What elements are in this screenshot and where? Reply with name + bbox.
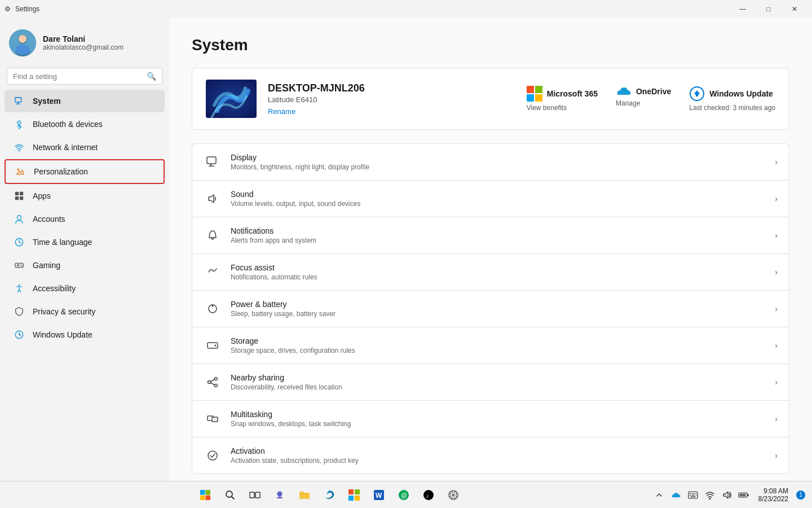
avatar-svg bbox=[9, 29, 36, 56]
settings-item-sound[interactable]: Sound Volume levels, output, input, soun… bbox=[192, 180, 789, 217]
storage-desc: Storage space, drives, configuration rul… bbox=[231, 347, 775, 354]
winupdate-title: Windows Update bbox=[709, 89, 773, 98]
svg-point-43 bbox=[208, 451, 217, 460]
onedrive-action[interactable]: OneDrive Manage bbox=[616, 86, 671, 112]
settings-item-storage[interactable]: Storage Storage space, drives, configura… bbox=[192, 327, 789, 364]
settings-item-activation[interactable]: Activation Activation state, subscriptio… bbox=[192, 437, 789, 474]
taskbar-edge[interactable] bbox=[318, 484, 341, 506]
nearby-desc: Discoverability, received files location bbox=[231, 383, 775, 391]
search-bar[interactable]: 🔍 bbox=[7, 68, 162, 85]
sidebar-item-bluetooth[interactable]: Bluetooth & devices bbox=[5, 113, 165, 135]
sidebar-item-privacy[interactable]: Privacy & security bbox=[5, 300, 165, 323]
settings-item-display[interactable]: Display Monitors, brightness, night ligh… bbox=[192, 143, 789, 180]
onedrive-tray-icon bbox=[671, 492, 681, 498]
svg-rect-67 bbox=[690, 493, 691, 494]
page-title: System bbox=[192, 36, 789, 54]
svg-point-10 bbox=[17, 169, 20, 171]
sidebar-item-apps[interactable]: Apps bbox=[5, 185, 165, 207]
maximize-button[interactable]: □ bbox=[756, 0, 782, 18]
apps-icon bbox=[14, 190, 25, 202]
sound-text: Sound Volume levels, output, input, soun… bbox=[231, 190, 775, 208]
svg-rect-74 bbox=[690, 496, 695, 497]
chevron-up-icon bbox=[656, 492, 663, 498]
svg-point-15 bbox=[17, 216, 21, 220]
svg-rect-13 bbox=[15, 196, 19, 200]
activation-desc: Activation state, subscriptions, product… bbox=[231, 457, 775, 465]
ms365-action[interactable]: Microsoft 365 View benefits bbox=[527, 86, 598, 112]
device-rename-link[interactable]: Rename bbox=[268, 107, 365, 116]
svg-point-36 bbox=[208, 381, 211, 384]
sidebar-item-update[interactable]: Windows Update bbox=[5, 323, 165, 346]
sidebar-item-accounts[interactable]: Accounts bbox=[5, 208, 165, 230]
power-title: Power & battery bbox=[231, 300, 775, 309]
winupdate-logo: Windows Update bbox=[689, 86, 773, 102]
wifi-tray[interactable] bbox=[703, 488, 717, 502]
svg-point-22 bbox=[20, 264, 21, 265]
taskbar-store[interactable] bbox=[343, 484, 365, 506]
sidebar-item-gaming[interactable]: Gaming bbox=[5, 254, 165, 277]
device-card: DESKTOP-MJNL206 Latitude E6410 Rename bbox=[192, 68, 789, 130]
multitasking-icon bbox=[204, 410, 222, 428]
sidebar-item-accessibility[interactable]: Accessibility bbox=[5, 277, 165, 300]
svg-point-38 bbox=[215, 384, 218, 387]
taskbar-tiktok[interactable]: ♪ bbox=[417, 484, 440, 506]
keyboard-tray[interactable] bbox=[686, 488, 700, 502]
svg-point-3 bbox=[15, 45, 30, 55]
settings-item-power[interactable]: Power & battery Sleep, battery usage, ba… bbox=[192, 290, 789, 327]
close-button[interactable]: ✕ bbox=[782, 0, 807, 18]
minimize-button[interactable]: — bbox=[730, 0, 756, 18]
device-left: DESKTOP-MJNL206 Latitude E6410 Rename bbox=[206, 80, 365, 118]
taskbar-settings[interactable] bbox=[442, 484, 465, 506]
word-icon: W bbox=[373, 489, 385, 501]
time-icon bbox=[14, 237, 25, 248]
svg-rect-50 bbox=[250, 492, 254, 498]
activation-text: Activation Activation state, subscriptio… bbox=[231, 446, 775, 465]
sidebar-label-privacy: Privacy & security bbox=[33, 307, 95, 316]
user-email: akinolatolasco@gmail.com bbox=[43, 43, 123, 51]
volume-tray[interactable] bbox=[720, 488, 734, 502]
taskbar-taskview[interactable] bbox=[244, 484, 266, 506]
sidebar-item-network[interactable]: Network & internet bbox=[5, 136, 165, 159]
sidebar-item-time[interactable]: Time & language bbox=[5, 231, 165, 253]
notification-badge[interactable]: 1 bbox=[796, 491, 805, 500]
winupdate-icon bbox=[689, 86, 705, 102]
display-title: Display bbox=[231, 153, 775, 162]
bluetooth-icon bbox=[14, 119, 25, 130]
multitasking-chevron: › bbox=[775, 414, 778, 423]
svg-rect-47 bbox=[206, 495, 211, 500]
accessibility-icon bbox=[14, 283, 25, 294]
ms365-sub: View benefits bbox=[527, 104, 567, 112]
taskbar-word[interactable]: W bbox=[368, 484, 390, 506]
battery-tray[interactable] bbox=[737, 488, 751, 502]
multitasking-desc: Snap windows, desktops, task switching bbox=[231, 420, 775, 428]
sidebar-item-system[interactable]: System bbox=[5, 90, 165, 112]
battery-icon bbox=[738, 492, 749, 498]
device-model: Latitude E6410 bbox=[268, 95, 365, 104]
svg-rect-54 bbox=[348, 489, 354, 494]
onedrive-tray[interactable] bbox=[669, 488, 683, 502]
sidebar-item-personalization[interactable]: Personalization bbox=[5, 159, 165, 184]
taskbar-app8[interactable]: @ bbox=[392, 484, 415, 506]
notifications-text: Notifications Alerts from apps and syste… bbox=[231, 226, 775, 244]
start-button[interactable] bbox=[194, 484, 217, 506]
sidebar-label-personalization: Personalization bbox=[34, 167, 88, 176]
taskbar-search[interactable] bbox=[219, 484, 241, 506]
svg-rect-57 bbox=[355, 496, 360, 501]
svg-line-39 bbox=[211, 379, 215, 382]
sound-title: Sound bbox=[231, 190, 775, 199]
settings-item-notifications[interactable]: Notifications Alerts from apps and syste… bbox=[192, 217, 789, 253]
svg-rect-31 bbox=[209, 166, 214, 167]
chevron-tray[interactable] bbox=[652, 488, 666, 502]
avatar bbox=[9, 29, 36, 56]
taskbar-explorer[interactable] bbox=[293, 484, 316, 506]
taskbar-chat[interactable] bbox=[268, 484, 291, 506]
avatar-image bbox=[9, 29, 36, 56]
settings-item-multitasking[interactable]: Multitasking Snap windows, desktops, tas… bbox=[192, 400, 789, 437]
settings-list: Display Monitors, brightness, night ligh… bbox=[192, 143, 789, 474]
search-input[interactable] bbox=[13, 72, 142, 81]
settings-item-focus[interactable]: Focus assist Notifications, automatic ru… bbox=[192, 253, 789, 290]
winupdate-action[interactable]: Windows Update Last checked: 3 minutes a… bbox=[689, 86, 775, 112]
clock[interactable]: 9:08 AM 8/23/2022 bbox=[754, 487, 793, 503]
svg-line-40 bbox=[211, 383, 215, 385]
settings-item-nearby[interactable]: Nearby sharing Discoverability, received… bbox=[192, 364, 789, 400]
